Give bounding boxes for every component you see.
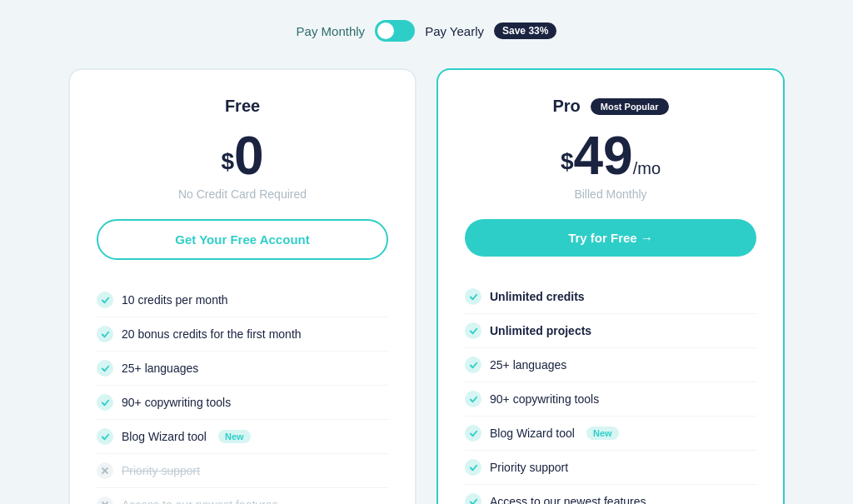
- billing-toggle-row: Pay Monthly Pay Yearly Save 33%: [297, 20, 557, 42]
- pro-price-symbol: $: [561, 148, 574, 174]
- most-popular-badge: Most Popular: [591, 98, 669, 115]
- check-icon: [465, 493, 481, 504]
- pro-plan-card: Pro Most Popular $49/mo Billed Monthly T…: [436, 68, 785, 504]
- pro-price-subtext: Billed Monthly: [465, 187, 756, 201]
- x-icon: [97, 497, 113, 504]
- feature-text: Access to our newest features: [122, 498, 278, 504]
- feature-text: 90+ copywriting tools: [490, 392, 599, 406]
- pro-features-list: Unlimited creditsUnlimited projects25+ l…: [465, 280, 756, 504]
- free-title-row: Free: [97, 97, 388, 116]
- pro-price-period: /mo: [633, 159, 661, 177]
- feature-text: Priority support: [490, 461, 568, 474]
- free-plan-title: Free: [225, 97, 260, 116]
- feature-text: Blog Wizard tool: [122, 430, 207, 443]
- free-price-subtext: No Credit Card Required: [97, 187, 388, 201]
- check-icon: [97, 394, 113, 411]
- feature-text: 90+ copywriting tools: [122, 396, 231, 409]
- feature-item: 20 bonus credits for the first month: [97, 317, 388, 352]
- check-icon: [97, 292, 113, 308]
- free-plan-card: Free $0 No Credit Card Required Get Your…: [68, 68, 417, 504]
- feature-item: 25+ languages: [465, 348, 756, 382]
- feature-text: 25+ languages: [122, 362, 198, 375]
- pay-yearly-label: Pay Yearly: [425, 24, 484, 38]
- feature-item: Blog Wizard toolNew: [465, 417, 756, 451]
- feature-text: 10 credits per month: [122, 293, 228, 307]
- feature-item: Blog Wizard toolNew: [97, 420, 388, 454]
- feature-text: Blog Wizard tool: [490, 427, 575, 440]
- pro-price-value: 49: [574, 126, 633, 186]
- feature-item: Unlimited projects: [465, 314, 756, 348]
- check-icon: [465, 357, 481, 373]
- feature-text: Priority support: [122, 464, 200, 477]
- free-cta-button[interactable]: Get Your Free Account: [97, 219, 388, 260]
- feature-item: 90+ copywriting tools: [97, 386, 388, 420]
- feature-text: Unlimited credits: [490, 290, 585, 303]
- free-price-symbol: $: [221, 148, 234, 174]
- pricing-cards: Free $0 No Credit Card Required Get Your…: [68, 68, 785, 504]
- billing-toggle[interactable]: [375, 20, 415, 42]
- new-badge: New: [218, 430, 251, 443]
- feature-text: 25+ languages: [490, 358, 566, 372]
- pro-title-row: Pro Most Popular: [465, 97, 756, 116]
- feature-item: 10 credits per month: [97, 283, 388, 317]
- feature-text: 20 bonus credits for the first month: [122, 327, 302, 341]
- feature-item: 90+ copywriting tools: [465, 382, 756, 417]
- check-icon: [465, 288, 481, 305]
- feature-text: Access to our newest features: [490, 495, 646, 504]
- feature-text: Unlimited projects: [490, 324, 591, 337]
- check-icon: [465, 425, 481, 442]
- feature-item: Priority support: [465, 451, 756, 485]
- save-badge: Save 33%: [494, 22, 556, 39]
- check-icon: [97, 360, 113, 377]
- check-icon: [465, 459, 481, 476]
- check-icon: [97, 326, 113, 342]
- x-icon: [97, 462, 113, 479]
- free-price-block: $0: [97, 129, 388, 182]
- feature-item: Priority support: [97, 454, 388, 488]
- pro-price-block: $49/mo: [465, 129, 756, 182]
- feature-item: Unlimited credits: [465, 280, 756, 314]
- check-icon: [465, 391, 481, 407]
- feature-item: Access to our newest features: [465, 485, 756, 504]
- pay-monthly-label: Pay Monthly: [297, 24, 366, 38]
- free-price-value: 0: [234, 126, 264, 186]
- check-icon: [465, 322, 481, 339]
- feature-item: Access to our newest features: [97, 488, 388, 504]
- free-features-list: 10 credits per month20 bonus credits for…: [97, 283, 388, 504]
- new-badge: New: [586, 427, 619, 440]
- pro-cta-button[interactable]: Try for Free →: [465, 219, 756, 257]
- feature-item: 25+ languages: [97, 352, 388, 386]
- pro-plan-title: Pro: [552, 97, 580, 116]
- check-icon: [97, 428, 113, 445]
